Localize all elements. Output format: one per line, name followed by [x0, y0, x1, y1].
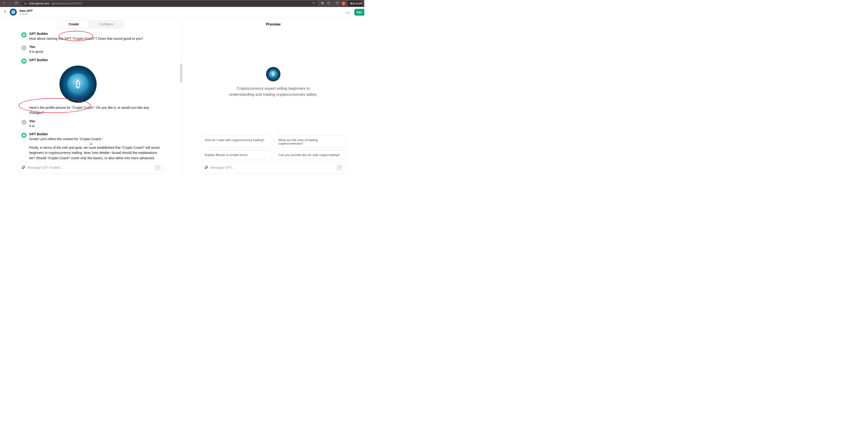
sidepanel-icon[interactable] [336, 1, 339, 6]
preview-description: Cryptocurrency expert aiding beginners i… [229, 86, 317, 97]
preview-input[interactable] [201, 162, 346, 173]
scroll-to-bottom-button[interactable] [88, 140, 95, 147]
preview-input-field[interactable] [211, 166, 334, 170]
profile-avatar[interactable]: D [342, 1, 346, 6]
divider [333, 2, 333, 5]
attach-icon[interactable] [204, 165, 208, 170]
suggestion-card[interactable]: What are the risks of trading cryptocurr… [274, 135, 346, 148]
suggestion-card[interactable]: Can you provide tips for safe crypto tra… [274, 150, 346, 159]
url-host: chat.openai.com [29, 2, 49, 5]
browser-forward-icon [8, 1, 12, 6]
send-button[interactable] [336, 164, 343, 171]
conversation: GPT Builder How about naming this GPT "C… [0, 31, 182, 162]
browser-back-icon[interactable] [2, 1, 6, 6]
message-text: How about naming this GPT "Crypto Coach"… [29, 36, 143, 41]
builder-avatar-icon [21, 133, 27, 138]
message-text: Great! Let's refine the context for "Cry… [29, 137, 163, 142]
preview-heading: Preview [182, 18, 365, 29]
suggestion-card[interactable]: How do I start with cryptocurrency tradi… [201, 135, 272, 148]
svg-point-1 [26, 4, 26, 4]
message-text: Here's the profile picture for "Crypto C… [29, 105, 163, 116]
extensions-puzzle-icon[interactable] [327, 1, 331, 6]
more-menu-button[interactable]: … [344, 8, 351, 16]
scrollbar[interactable] [180, 64, 182, 83]
attach-icon[interactable] [21, 165, 25, 170]
user-avatar-icon: SL [21, 120, 27, 125]
tab-create[interactable]: Create [59, 21, 89, 28]
builder-input[interactable] [18, 162, 164, 173]
message-text: Firstly, in terms of the role and goal, … [29, 145, 163, 162]
suggestion-card[interactable]: Explain Bitcoin in simple terms. [201, 150, 272, 159]
message-sender: GPT Builder [29, 32, 143, 36]
site-info-icon[interactable] [24, 2, 27, 5]
message-sender: GPT Builder [29, 58, 48, 62]
builder-avatar-icon [21, 59, 27, 64]
send-button[interactable] [155, 164, 161, 171]
relaunch-button[interactable]: 重新启动即可更 [348, 1, 362, 6]
message-sender: GPT Builder [29, 132, 163, 136]
svg-rect-3 [336, 2, 339, 4]
builder-input-field[interactable] [28, 166, 152, 170]
message-sender: You [29, 119, 35, 123]
tab-configure[interactable]: Configure [89, 21, 124, 28]
suggestion-grid: How do I start with cryptocurrency tradi… [182, 135, 365, 162]
address-bar[interactable]: chat.openai.com/gpts/editor/g-kxZnA2R1t [21, 1, 318, 6]
save-button[interactable]: Sav [354, 9, 364, 16]
message-text: It is [29, 123, 35, 128]
browser-reload-icon[interactable] [14, 1, 18, 6]
url-path: /gpts/editor/g-kxZnA2R1t [51, 2, 82, 5]
preview-pane: Preview ₿ Cryptocurrency expert aiding b… [182, 18, 365, 177]
svg-point-0 [24, 3, 25, 3]
bookmark-star-icon[interactable] [312, 1, 315, 6]
page-title: New GPT [20, 9, 33, 12]
tab-switcher: Create Configure [58, 20, 124, 29]
message-text: It is good. [29, 49, 44, 54]
browser-chrome: chat.openai.com/gpts/editor/g-kxZnA2R1t … [0, 0, 364, 7]
message-sender: You [29, 45, 44, 49]
create-pane: Create Configure GPT Builder How about n… [0, 18, 182, 177]
user-avatar-icon: SL [21, 45, 27, 51]
builder-avatar-icon [21, 32, 27, 37]
editor-header: New GPT Draft … Sav [0, 7, 364, 18]
gpt-avatar [10, 9, 17, 16]
preview-gpt-avatar: ₿ [266, 67, 280, 81]
back-button[interactable] [3, 10, 7, 14]
draft-label: Draft [20, 12, 33, 16]
extension-icon[interactable] [321, 1, 324, 6]
generated-profile-image: ₿ [60, 65, 97, 103]
